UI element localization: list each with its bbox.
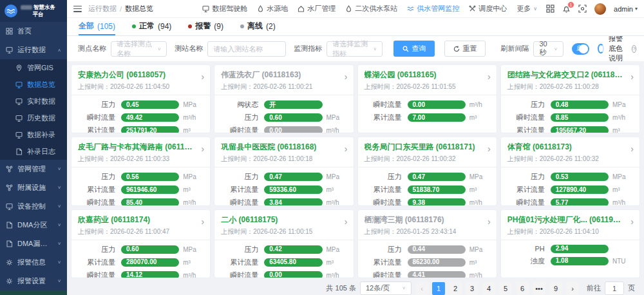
card-detail-arrow-icon[interactable]: › — [630, 217, 634, 226]
sidebar-item-报警报表[interactable]: 报警报表∨ — [0, 290, 67, 295]
toggle-knob — [579, 44, 588, 53]
pipe-network-icon — [407, 5, 414, 12]
card-header: PH值01污水处理厂化... (06119003)上报时间：2026-02-26… — [501, 210, 639, 240]
card-detail-arrow-icon[interactable]: › — [345, 217, 348, 226]
more-pages-button[interactable]: ••• — [533, 282, 545, 295]
sidebar-item-数据总览[interactable]: 数据总览 — [0, 76, 67, 93]
metric-row: 压力0.60MPa — [78, 245, 204, 254]
sidebar-item-数据补录[interactable]: 数据补录 — [0, 126, 67, 143]
tab-报警[interactable]: 报警(9) — [188, 18, 223, 35]
collapse-menu-icon[interactable] — [73, 6, 82, 12]
sidebar-item-附属设施[interactable]: 附属设施∨ — [0, 178, 67, 197]
page-button-9[interactable]: 9 — [549, 282, 562, 295]
station-name-input[interactable] — [207, 41, 286, 57]
metric-unit: NTU — [612, 258, 633, 265]
reset-icon — [453, 46, 460, 52]
user-avatar[interactable] — [594, 3, 606, 15]
metric-label: 压力 — [507, 172, 545, 182]
sidebar-item-运行数据[interactable]: 运行数据∧ — [0, 41, 67, 59]
user-menu[interactable]: admin ▾ — [614, 5, 638, 13]
metric-value-bar: 0.56 — [121, 173, 179, 181]
breadcrumb-section[interactable]: 运行数据 — [88, 4, 117, 14]
card-metrics: 阀状态开压力0.60MPa瞬时流量0.00m³/h累计流量152.00m³ — [214, 95, 353, 133]
search-button[interactable]: 查询 — [393, 41, 435, 57]
page-button-6[interactable]: 6 — [516, 282, 529, 295]
metric-unit: m³ — [183, 127, 204, 133]
top-nav-item-2[interactable]: 水源地 — [257, 4, 288, 14]
top-nav-item-5[interactable]: 供水管网监控 — [407, 4, 459, 14]
metric-select[interactable]: 请选择监测指标∨ — [327, 41, 383, 57]
page-button-5[interactable]: 5 — [499, 282, 512, 295]
page-button-2[interactable]: 2 — [449, 282, 462, 295]
metric-label: 阀状态 — [221, 100, 258, 109]
metric-value-bar: 63405.80 — [264, 258, 322, 267]
card-header: 欣嘉药业 (06118174)上报时间：2026-02-26 11:00:47 — [71, 210, 210, 240]
metric-label: 瞬时流量 — [78, 271, 115, 278]
card-detail-arrow-icon[interactable]: › — [345, 144, 348, 153]
card-detail-arrow-icon[interactable]: › — [202, 217, 205, 226]
card-detail-arrow-icon[interactable]: › — [202, 72, 205, 81]
metric-label: 累计流量 — [78, 126, 115, 133]
alarm-legend-link[interactable]: 报警底色说明 ? — [609, 34, 636, 63]
app-grid-icon[interactable] — [546, 5, 554, 13]
metric-row: 压力0.53MPa — [507, 172, 633, 182]
card-detail-arrow-icon[interactable]: › — [488, 72, 491, 81]
top-nav-item-1[interactable]: 数据驾驶舱 — [202, 4, 247, 14]
metric-value-bar: 127890.40 — [551, 186, 609, 194]
metric-value-bar: 0.48 — [551, 100, 609, 109]
page-size-select[interactable]: 12条/页∨ — [360, 281, 412, 295]
tab-全部[interactable]: 全部(105) — [79, 18, 115, 35]
page-button-1[interactable]: 1 — [432, 282, 445, 295]
notification-badge: 1 — [567, 1, 574, 8]
card-detail-arrow-icon[interactable]: › — [630, 144, 634, 153]
auto-refresh-toggle[interactable]: 启动 — [572, 43, 589, 55]
sidebar-item-报警设置[interactable]: 报警设置∨ — [0, 272, 67, 290]
report-time: 上报时间：2026-02-26 11:00:28 — [507, 82, 633, 91]
point-name-select[interactable]: 请选择测点名称∨ — [111, 41, 167, 57]
card-detail-arrow-icon[interactable]: › — [488, 217, 491, 226]
sidebar-item-报警信息[interactable]: 报警信息∨ — [0, 253, 67, 272]
metric-row: 累计流量86230.00m³ — [365, 258, 490, 267]
sidebar-item-历史数据[interactable]: 历史数据 — [0, 109, 67, 126]
refresh-interval-select[interactable]: 30秒∨ — [533, 41, 563, 57]
card-detail-arrow-icon[interactable]: › — [345, 72, 348, 81]
report-time: 上报时间：2026-02-26 11:00:47 — [78, 227, 204, 236]
metric-unit: m³ — [327, 186, 347, 193]
sidebar-item-DMA分区[interactable]: DMA分区∨ — [0, 216, 67, 234]
page-button-3[interactable]: 3 — [466, 282, 478, 295]
sidebar-item-补录日志[interactable]: 补录日志 — [0, 143, 67, 160]
tab-正常[interactable]: 正常(94) — [132, 18, 171, 35]
metric-value-bar: 9.38 — [408, 198, 466, 205]
goto-page-input[interactable] — [605, 281, 624, 295]
sidebar-item-DMA漏损分析[interactable]: DMA漏损分析∨ — [0, 234, 67, 253]
sidebar-item-管网管理[interactable]: 管网管理∨ — [0, 160, 67, 178]
fullscreen-scan-icon[interactable] — [578, 5, 587, 13]
metric-unit: MPa — [327, 173, 347, 180]
metric-unit: m³ — [469, 186, 490, 193]
card-detail-arrow-icon[interactable]: › — [202, 144, 205, 153]
top-nav-item-4[interactable]: 二次供水泵站 — [345, 4, 397, 14]
card-detail-arrow-icon[interactable]: › — [630, 72, 634, 81]
reset-button[interactable]: 重置 — [444, 41, 486, 57]
card-header: 税务局门口东买里路 (06118171)上报时间：2026-02-26 11:0… — [358, 137, 497, 167]
sidebar-item-管网GIS[interactable]: 管网GIS — [0, 59, 67, 76]
tab-离线[interactable]: 离线(2) — [240, 18, 276, 35]
prev-page-button[interactable]: ‹ — [415, 282, 428, 295]
sidebar-item-设备控制[interactable]: 设备控制∨ — [0, 197, 67, 216]
metric-value-bar: 49.42 — [121, 113, 179, 122]
sidebar-item-实时数据[interactable]: 实时数据 — [0, 93, 67, 109]
page-button-4[interactable]: 4 — [482, 282, 495, 295]
station-card: 蝶湖公园 (06118165)上报时间：2026-02-26 11:01:55›… — [357, 64, 497, 133]
sidebar-item-首页[interactable]: 首页 — [0, 22, 67, 41]
top-nav-item-3[interactable]: 水厂管理 — [298, 4, 336, 14]
metric-value-bar: 4.41 — [408, 271, 466, 278]
top-nav-item-7[interactable]: 更多∨ — [516, 4, 537, 14]
card-detail-arrow-icon[interactable]: › — [488, 144, 491, 153]
metric-label: 累计流量 — [365, 258, 402, 267]
metric-value-bar: 2.94 — [551, 245, 609, 253]
chevron-down-icon: ∨ — [374, 46, 377, 51]
next-page-button[interactable]: › — [566, 282, 579, 295]
notification-bell-icon[interactable]: 1 — [562, 5, 571, 13]
home-icon — [6, 28, 13, 35]
top-nav-item-6[interactable]: 调度中心 — [469, 4, 507, 14]
